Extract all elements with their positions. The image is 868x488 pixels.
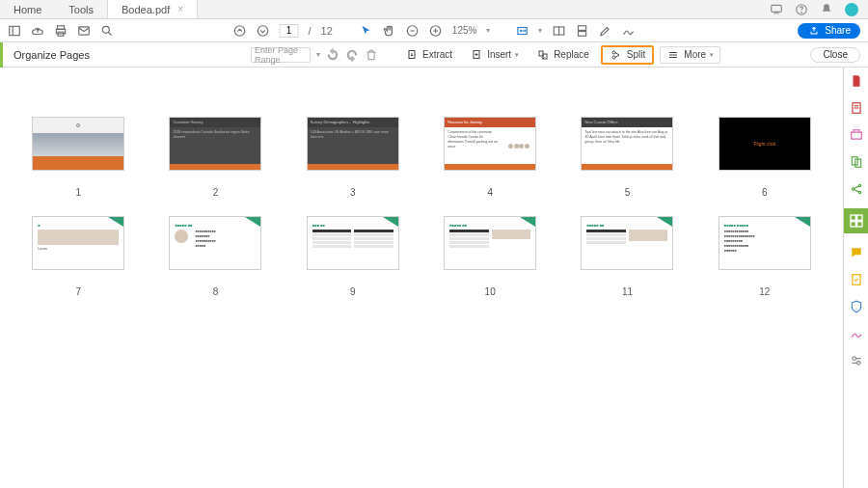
fit-width-icon[interactable] <box>515 24 529 38</box>
sign-tool-icon[interactable] <box>621 24 635 38</box>
svg-rect-37 <box>851 132 861 139</box>
cloud-upload-icon[interactable] <box>31 24 44 38</box>
export-pdf-icon[interactable] <box>849 127 864 143</box>
replace-button[interactable]: Replace <box>530 46 595 64</box>
page-thumb[interactable]: ■■■■■ ■■■■■■■■■■■■■■■■■■■■■■■■■■■■■■■■■■… <box>164 217 266 297</box>
search-icon[interactable] <box>100 24 114 38</box>
page-number-input[interactable] <box>280 24 299 38</box>
share-icon <box>807 24 821 38</box>
tab-document[interactable]: Bodea.pdf × <box>107 0 198 18</box>
trash-icon[interactable] <box>365 48 378 62</box>
page-number: 9 <box>350 286 356 297</box>
mail-icon[interactable] <box>77 24 91 38</box>
zoom-in-icon[interactable] <box>429 24 443 38</box>
accent-stripe <box>0 42 3 68</box>
slide-heading: Customer Survey <box>170 118 260 127</box>
highlight-tool-icon[interactable] <box>598 24 611 38</box>
svg-point-40 <box>852 188 854 190</box>
slide-heading: Survey Demographics – Highlights <box>308 118 398 127</box>
range-caret-icon[interactable]: ▾ <box>316 50 320 59</box>
tab-home[interactable]: Home <box>0 0 55 18</box>
fill-sign-icon[interactable] <box>849 326 864 341</box>
print-icon[interactable] <box>54 24 68 38</box>
rotate-cw-icon[interactable] <box>345 48 359 62</box>
svg-point-50 <box>852 357 855 361</box>
comment-icon[interactable] <box>849 245 864 260</box>
page-thumb[interactable]: ■■■■■ ■■ 11 <box>576 217 678 297</box>
svg-point-11 <box>234 25 245 36</box>
create-pdf-icon[interactable] <box>849 73 864 89</box>
page-thumb[interactable]: Survey Demographics – Highlights140 Asso… <box>302 118 404 198</box>
pointer-icon[interactable] <box>360 24 373 38</box>
bell-icon[interactable] <box>820 3 833 16</box>
svg-point-41 <box>858 184 860 186</box>
avatar[interactable] <box>845 3 858 16</box>
more-icon <box>666 48 680 62</box>
share-tool-icon[interactable] <box>849 181 864 197</box>
svg-rect-46 <box>856 215 861 220</box>
zoom-out-icon[interactable] <box>406 24 420 38</box>
page-number: 1 <box>75 187 81 198</box>
rotate-ccw-icon[interactable] <box>326 48 339 62</box>
sidebar-toggle-icon[interactable] <box>8 24 21 38</box>
svg-point-30 <box>612 56 615 59</box>
combine-icon[interactable] <box>849 154 864 170</box>
slide-body: Tool line now can attach to the site Als… <box>584 130 667 144</box>
svg-rect-3 <box>10 26 20 35</box>
close-tab-icon[interactable]: × <box>177 4 183 14</box>
page-thumb[interactable]: New Course Offers Tool line now can atta… <box>576 118 678 198</box>
more-tools-icon[interactable] <box>849 353 864 368</box>
stamp-icon[interactable] <box>849 272 864 287</box>
help-icon[interactable] <box>795 3 808 16</box>
replace-icon <box>536 48 550 62</box>
slide-body: 140 Associates US Median = $69.5K 30% ow… <box>308 127 398 143</box>
svg-point-51 <box>856 362 860 366</box>
hand-icon[interactable] <box>383 24 396 38</box>
page-thumb[interactable]: ■■■ ■■ 9 <box>302 217 404 297</box>
svg-point-9 <box>102 26 109 33</box>
close-panel-button[interactable]: Close <box>810 47 860 63</box>
more-button[interactable]: More ▾ <box>660 46 720 64</box>
svg-line-10 <box>109 32 112 35</box>
scroll-mode-icon[interactable] <box>575 24 588 38</box>
svg-rect-22 <box>578 31 585 36</box>
organize-pages-icon[interactable] <box>844 208 869 233</box>
page-up-icon[interactable] <box>233 24 247 38</box>
read-mode-icon[interactable] <box>552 24 565 38</box>
protect-icon[interactable] <box>849 299 864 314</box>
page-down-icon[interactable] <box>257 24 270 38</box>
page-thumb[interactable]: ■Lorem 7 <box>27 217 129 297</box>
main-toolbar: / 12 125% ▾ ▾ Share <box>0 19 868 42</box>
svg-rect-48 <box>856 222 861 227</box>
fit-caret-icon[interactable]: ▾ <box>538 26 542 35</box>
extract-label: Extract <box>422 49 452 60</box>
page-number: 4 <box>487 187 493 198</box>
page-thumb[interactable]: ■■■■■ ■■ 10 <box>439 217 541 297</box>
replace-label: Replace <box>554 49 589 60</box>
slide-body: 2018 respondents Canada Southwest region… <box>170 127 260 143</box>
split-button[interactable]: Split <box>601 45 654 65</box>
zoom-caret-icon[interactable]: ▾ <box>486 26 490 35</box>
extract-icon <box>405 48 419 62</box>
insert-button[interactable]: Insert ▾ <box>464 46 525 64</box>
organize-toolbar: Organize Pages Enter Page Range ▾ Extrac… <box>0 42 868 68</box>
page-thumb[interactable]: 1 <box>27 118 129 198</box>
tab-tools[interactable]: Tools <box>55 0 107 18</box>
edit-pdf-icon[interactable] <box>849 100 864 116</box>
page-sep: / <box>309 25 312 37</box>
share-button[interactable]: Share <box>798 23 860 39</box>
extract-button[interactable]: Extract <box>399 46 458 64</box>
share-label: Share <box>825 25 851 36</box>
page-thumb[interactable]: ■■■■■ ■■■■■■■■■■■■■■■■■■■■■■■■■■■■■■■■■■… <box>714 217 816 297</box>
tools-rail <box>843 68 868 488</box>
split-label: Split <box>627 49 645 60</box>
page-number: 12 <box>759 286 770 297</box>
svg-rect-27 <box>539 51 543 56</box>
page-range-input[interactable]: Enter Page Range <box>251 47 311 63</box>
close-label: Close <box>823 49 848 60</box>
zoom-level[interactable]: 125% <box>452 25 477 36</box>
page-thumb[interactable]: Customer Survey2018 respondents Canada S… <box>164 118 266 198</box>
page-thumb[interactable]: Reasons for Joining Convenience of the c… <box>439 118 541 198</box>
chat-icon[interactable] <box>770 3 783 16</box>
page-thumb[interactable]: Flight club 6 <box>714 118 816 198</box>
